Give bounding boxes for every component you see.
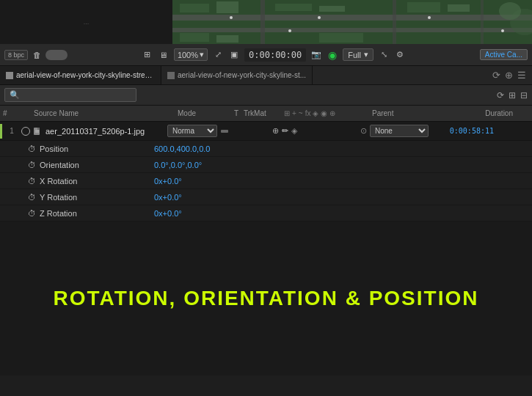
property-row-3: ⏱ Y Rotation 0x+0.0°	[0, 189, 532, 205]
svg-rect-12	[180, 33, 209, 42]
quality-dropdown[interactable]: Full ▾	[343, 48, 374, 61]
layer-num: 1	[4, 127, 19, 135]
pen-icon[interactable]: ✏	[282, 126, 288, 136]
col-header-mode: Mode	[178, 109, 229, 117]
svg-rect-8	[275, 4, 312, 11]
prop-value-2[interactable]: 0x+0.0°	[154, 177, 182, 186]
svg-rect-9	[319, 6, 345, 12]
layer-row-1[interactable]: 1 aer_20110317_5206p-1.jpg Norma ⊕ ✏	[0, 122, 532, 141]
svg-rect-13	[216, 35, 238, 43]
col-header-num: #	[0, 109, 15, 117]
fit-icon[interactable]: ⤢	[212, 49, 224, 61]
color-icon[interactable]: ◉	[327, 49, 338, 61]
prop-value-0[interactable]: 600.0,400.0,0.0	[154, 144, 210, 153]
tab-search-icon[interactable]: ⟳	[492, 70, 500, 81]
svg-rect-6	[180, 4, 209, 12]
tab-add-icon[interactable]: ⊕	[505, 70, 513, 81]
tab-1-label: aerial-view-of-new-york-city-skyline-str…	[16, 71, 155, 79]
zoom-arrow: ▾	[200, 50, 204, 59]
tab-2[interactable]: aerial-view-of-new-york-city-skyline-st.…	[161, 66, 313, 84]
tab-1[interactable]: aerial-view-of-new-york-city-skyline-str…	[0, 66, 161, 84]
layer-fx-icons: ⊕ ✏ ◈	[272, 126, 360, 136]
svg-rect-11	[448, 4, 470, 12]
stopwatch-icon-0[interactable]: ⏱	[26, 144, 37, 154]
stopwatch-icon-4[interactable]: ⏱	[26, 208, 37, 219]
secondary-toolbar: 🔍 ⟳ ⊞ ⊟	[0, 85, 532, 106]
layers-icon[interactable]: ⊞	[509, 90, 516, 100]
prop-value-4[interactable]: 0x+0.0°	[154, 209, 182, 218]
svg-rect-26	[221, 130, 228, 133]
layer-name: aer_20110317_5206p-1.jpg	[43, 127, 167, 136]
svg-rect-5	[481, 0, 484, 44]
layer-t-icon	[217, 127, 232, 136]
stopwatch-icon-2[interactable]: ⏱	[26, 176, 37, 186]
layer-mode-select[interactable]: Norma	[167, 125, 217, 137]
svg-rect-7	[216, 1, 238, 13]
table-header: # Source Name Mode T TrkMat ⊞+~fx◈◉⊕ Par…	[0, 106, 532, 122]
svg-point-19	[288, 29, 291, 32]
tab-menu-icon[interactable]: ☰	[517, 70, 526, 81]
svg-rect-10	[407, 2, 440, 12]
prop-name-2: X Rotation	[37, 177, 154, 186]
tab-1-icon	[6, 72, 13, 79]
stopwatch-icon-1[interactable]: ⏱	[26, 160, 37, 170]
props-icon[interactable]: ⊟	[520, 90, 528, 100]
svg-point-17	[428, 16, 431, 19]
stopwatch-icon-3[interactable]: ⏱	[26, 192, 37, 202]
property-row-4: ⏱ Z Rotation 0x+0.0°	[0, 205, 532, 221]
svg-point-16	[318, 16, 321, 19]
col-header-trkmat: TrkMat	[244, 109, 284, 117]
property-row-1: ⏱ Orientation 0.0°,0.0°,0.0°	[0, 157, 532, 173]
tab-bar: aerial-view-of-new-york-city-skyline-str…	[0, 66, 532, 85]
col-header-duration: Duration	[445, 109, 519, 117]
svg-rect-14	[319, 33, 363, 43]
bpc-badge: 8 bpc	[4, 50, 28, 60]
main-toolbar: 8 bpc 🗑 ⊞ 🖥 100% ▾ ⤢ ▣ 0:00:00:00 📷 ◉ Fu…	[0, 44, 532, 66]
tab-2-label: aerial-view-of-new-york-city-skyline-st.…	[178, 71, 306, 79]
search-input[interactable]	[23, 91, 131, 100]
preview-area: ...	[0, 0, 532, 44]
active-cam-button[interactable]: Active Ca...	[480, 49, 528, 60]
prop-name-3: Y Rotation	[37, 193, 154, 202]
3d-icon[interactable]: ◈	[291, 126, 297, 136]
parent-select[interactable]: None	[370, 125, 429, 137]
layer-color-bar	[0, 124, 2, 139]
layer-file-icon	[32, 126, 43, 136]
main-display-text: ROTATION, ORIENTATION & POSITION	[54, 287, 479, 310]
svg-rect-23	[37, 128, 40, 130]
layer-duration: 0:00:58:11	[434, 127, 500, 135]
zoom-dropdown[interactable]: 100% ▾	[174, 48, 208, 61]
eye-circle	[21, 127, 30, 136]
region-icon[interactable]: ▣	[228, 49, 240, 61]
expand-icon[interactable]: ⤡	[378, 49, 390, 61]
prop-name-0: Position	[37, 144, 154, 153]
main-text-area: ROTATION, ORIENTATION & POSITION	[0, 221, 532, 375]
property-row-0: ⏱ Position 600.0,400.0,0.0	[0, 141, 532, 157]
search-box[interactable]: 🔍	[4, 88, 136, 102]
monitor-icon[interactable]: 🖥	[158, 49, 170, 61]
tab-2-icon	[167, 72, 175, 79]
secondary-icons: ⟳ ⊞ ⊟	[497, 90, 528, 100]
anchor-icon[interactable]: ⊕	[272, 126, 279, 136]
prop-name-4: Z Rotation	[37, 209, 154, 218]
quality-arrow: ▾	[364, 50, 368, 59]
trash-icon[interactable]: 🗑	[31, 49, 43, 61]
toggle-switch[interactable]	[45, 50, 68, 60]
property-row-2: ⏱ X Rotation 0x+0.0°	[0, 173, 532, 189]
zoom-value: 100%	[178, 51, 198, 59]
col-header-icons: ⊞+~fx◈◉⊕	[284, 109, 372, 117]
settings-icon[interactable]: ⚙	[394, 49, 406, 61]
timecode-display[interactable]: 0:00:00:00	[244, 48, 306, 62]
prop-value-1[interactable]: 0.0°,0.0°,0.0°	[154, 161, 202, 169]
prop-value-3[interactable]: 0x+0.0°	[154, 193, 182, 202]
layer-visibility-icon[interactable]	[21, 126, 31, 136]
svg-point-21	[499, 2, 521, 20]
grid-icon[interactable]: ⊞	[142, 49, 153, 61]
col-header-source: Source Name	[31, 109, 178, 117]
camera-icon[interactable]: 📷	[310, 49, 322, 61]
layer-parent-area: ⊙ None	[360, 125, 434, 137]
search-icon: 🔍	[10, 90, 20, 100]
col-header-t: T	[229, 109, 244, 117]
svg-rect-1	[172, 15, 532, 21]
refresh-icon[interactable]: ⟳	[497, 90, 504, 100]
